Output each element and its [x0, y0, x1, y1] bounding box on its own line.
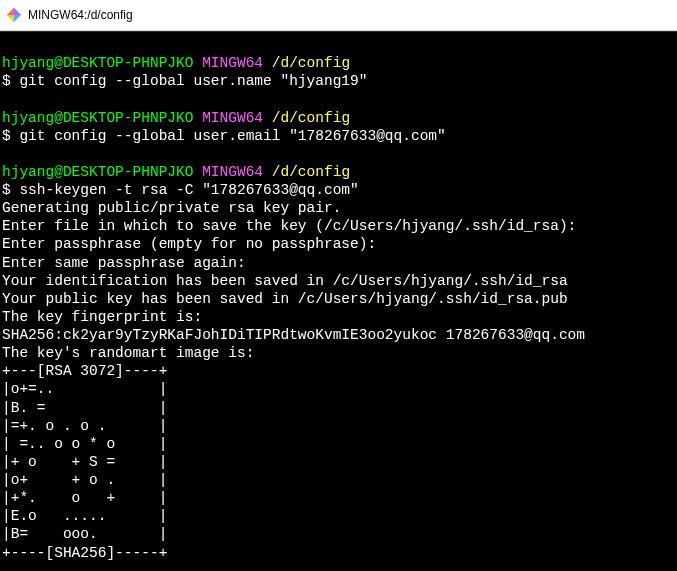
command-line: $ git config --global user.email "178267… — [2, 127, 675, 145]
output-line: Your public key has been saved in /c/Use… — [2, 290, 675, 308]
output-line: Generating public/private rsa key pair. — [2, 199, 675, 217]
terminal-output[interactable]: hjyang@DESKTOP-PHNPJKO MINGW64 /d/config… — [0, 31, 677, 571]
output-line: Enter same passphrase again: — [2, 254, 675, 272]
output-line: |+*. o + | — [2, 489, 675, 507]
output-line: |B. = | — [2, 399, 675, 417]
command-line: $ git config --global user.name "hjyang1… — [2, 72, 675, 90]
output-line: The key fingerprint is: — [2, 308, 675, 326]
output-line: SHA256:ck2yar9yTzyRKaFJohIDiTIPRdtwoKvmI… — [2, 326, 675, 344]
prompt-line: hjyang@DESKTOP-PHNPJKO MINGW64 /d/config — [2, 163, 675, 181]
window-title: MINGW64:/d/config — [28, 8, 133, 22]
output-line: Enter file in which to save the key (/c/… — [2, 217, 675, 235]
svg-marker-1 — [14, 8, 21, 15]
prompt-line: hjyang@DESKTOP-PHNPJKO MINGW64 /d/config — [2, 109, 675, 127]
output-line: |+ o + S = | — [2, 453, 675, 471]
output-line: Enter passphrase (empty for no passphras… — [2, 235, 675, 253]
output-line: | =.. o o * o | — [2, 435, 675, 453]
output-line: |o+ + o . | — [2, 471, 675, 489]
output-line: Your identification has been saved in /c… — [2, 272, 675, 290]
app-icon — [6, 7, 22, 23]
output-line: +---[RSA 3072]----+ — [2, 362, 675, 380]
blank-line — [2, 36, 675, 54]
command-line: $ ssh-keygen -t rsa -C "178267633@qq.com… — [2, 181, 675, 199]
output-line: |E.o ..... | — [2, 507, 675, 525]
svg-marker-3 — [7, 8, 14, 15]
output-line: |B= ooo. | — [2, 525, 675, 543]
window-titlebar: MINGW64:/d/config — [0, 0, 677, 31]
blank-line — [2, 90, 675, 108]
output-line: |o+=.. | — [2, 380, 675, 398]
blank-line — [2, 145, 675, 163]
output-line: +----[SHA256]-----+ — [2, 544, 675, 562]
output-line: The key's randomart image is: — [2, 344, 675, 362]
prompt-line: hjyang@DESKTOP-PHNPJKO MINGW64 /d/config — [2, 54, 675, 72]
svg-marker-2 — [7, 15, 14, 22]
output-line: |=+. o . o . | — [2, 417, 675, 435]
